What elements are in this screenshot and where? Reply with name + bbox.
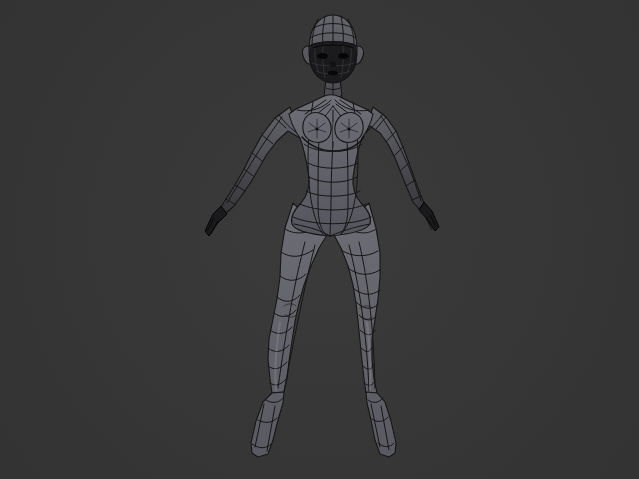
left-nipple [315,127,318,130]
right-eye [338,53,349,59]
mouth [328,71,338,75]
right-nipple [347,127,350,130]
left-eye [317,53,328,59]
nose [330,62,336,67]
viewport-3d: Low-poly 3D wireframe model of a female … [0,0,639,479]
